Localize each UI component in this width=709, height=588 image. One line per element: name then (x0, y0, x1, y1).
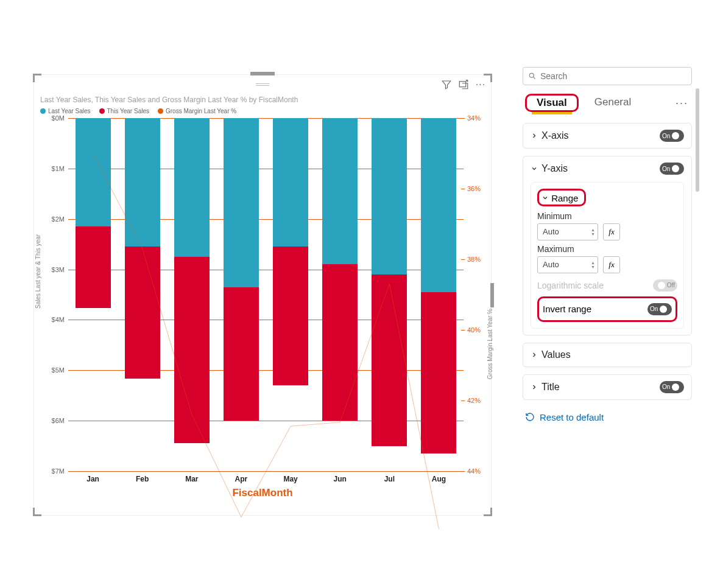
chevron-right-icon (531, 383, 538, 391)
card-y-axis[interactable]: Y-axis On Range Minimum Auto ▲▼ fx (523, 156, 692, 335)
toggle-title[interactable]: On (660, 381, 684, 393)
y-tick: 36% (467, 185, 481, 192)
search-input[interactable] (523, 67, 692, 85)
reset-to-default[interactable]: Reset to default (523, 407, 692, 427)
legend-swatch (40, 108, 46, 114)
y-tick: 34% (467, 114, 481, 122)
fx-button[interactable]: fx (603, 256, 620, 273)
legend-item[interactable]: Gross Margin Last Year % (158, 108, 236, 114)
scrollbar[interactable] (696, 88, 699, 192)
format-panel: Visual General ··· X-axis On Y-axis On (523, 67, 692, 427)
reset-icon (525, 412, 535, 422)
y-tick: 44% (467, 467, 481, 475)
y-axis-right: 34%36%38%40%42%44% (466, 118, 489, 471)
focus-mode-icon[interactable] (458, 79, 469, 90)
chevron-right-icon (531, 132, 538, 139)
highlight-box: Invert range On (537, 296, 677, 322)
legend-swatch (99, 108, 105, 114)
invert-label: Invert range (543, 304, 591, 314)
min-label: Minimum (537, 211, 677, 221)
y-tick: 42% (467, 397, 481, 404)
filter-icon[interactable] (441, 79, 452, 90)
spinner-icon[interactable]: ▲▼ (591, 228, 595, 236)
tab-general[interactable]: General (590, 94, 636, 112)
log-scale-row: Logarithmic scale Off (537, 279, 677, 292)
line-overlay (68, 118, 464, 513)
search-field[interactable] (540, 71, 686, 81)
selection-corner (33, 508, 41, 516)
legend-label: Last Year Sales (48, 108, 91, 114)
selection-corner (484, 508, 492, 516)
chevron-down-icon (531, 165, 538, 172)
min-input[interactable]: Auto ▲▼ (537, 223, 598, 240)
y-axis-left: $0M$1M$2M$3M$4M$5M$6M$7M (37, 118, 66, 471)
card-label: Values (541, 349, 571, 360)
y-axis-range-section: Range Minimum Auto ▲▼ fx Maximum Auto ▲▼… (531, 182, 684, 329)
toggle-x-axis[interactable]: On (660, 130, 684, 142)
svg-point-1 (529, 73, 534, 77)
more-options-icon[interactable]: ··· (475, 79, 486, 90)
y-tick: $0M (52, 114, 65, 122)
y-tick: $4M (52, 316, 65, 323)
search-icon (528, 72, 537, 80)
y-tick: 38% (467, 256, 481, 263)
line-series[interactable] (93, 153, 439, 529)
max-input[interactable]: Auto ▲▼ (537, 256, 598, 273)
legend-label: This Year Sales (107, 108, 150, 114)
more-options-icon[interactable]: ··· (675, 97, 692, 110)
y-tick: 40% (467, 326, 481, 334)
y-tick: $6M (52, 417, 65, 424)
legend-swatch (158, 108, 163, 114)
chevron-down-icon (541, 194, 549, 201)
toggle-log-scale: Off (653, 279, 677, 292)
card-label: Title (541, 382, 560, 393)
legend-label: Gross Margin Last Year % (166, 108, 236, 114)
highlight-box: Visual (525, 94, 579, 112)
chart-visual[interactable]: ··· Last Year Sales, This Year Sales and… (34, 74, 492, 516)
y-tick: $5M (52, 366, 65, 374)
chevron-right-icon (531, 351, 538, 359)
chart-header: ··· (34, 75, 491, 94)
highlight-box: Range (537, 189, 586, 206)
card-values[interactable]: Values (523, 343, 692, 367)
fx-button[interactable]: fx (603, 223, 620, 240)
y-tick: $1M (52, 165, 65, 172)
range-label[interactable]: Range (551, 193, 578, 203)
log-label: Logarithmic scale (537, 281, 604, 290)
legend-item[interactable]: Last Year Sales (40, 108, 91, 114)
drag-handle-icon[interactable] (256, 83, 269, 86)
chart-legend: Last Year Sales This Year Sales Gross Ma… (34, 107, 491, 118)
legend-item[interactable]: This Year Sales (99, 108, 150, 114)
y-tick: $3M (52, 266, 65, 273)
plot-area: $0M$1M$2M$3M$4M$5M$6M$7M 34%36%38%40%42%… (68, 118, 464, 471)
y-tick: $2M (52, 215, 65, 223)
card-label: X-axis (541, 130, 568, 141)
format-tabs: Visual General ··· (523, 94, 692, 112)
max-label: Maximum (537, 244, 677, 254)
svg-rect-0 (459, 82, 466, 87)
chart-title: Last Year Sales, This Year Sales and Gro… (34, 94, 491, 107)
tab-visual[interactable]: Visual (532, 94, 572, 114)
toggle-invert-range[interactable]: On (647, 303, 672, 315)
toggle-y-axis[interactable]: On (660, 163, 684, 175)
card-title[interactable]: Title On (523, 374, 692, 400)
spinner-icon[interactable]: ▲▼ (591, 261, 595, 269)
y-tick: $7M (52, 467, 65, 475)
card-label: Y-axis (541, 163, 568, 174)
card-x-axis[interactable]: X-axis On (523, 123, 692, 149)
